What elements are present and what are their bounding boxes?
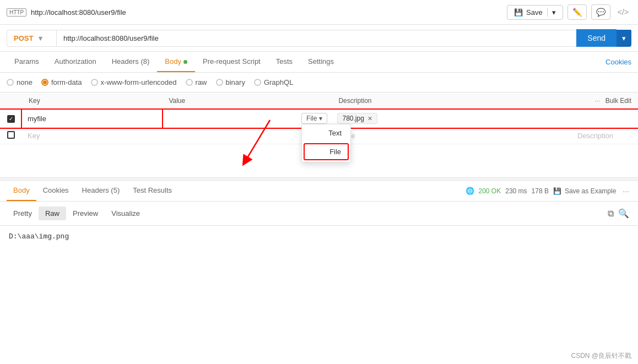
tab-authorization[interactable]: Authorization [47,52,104,72]
empty-checkbox-cell[interactable] [0,128,22,144]
empty-key-cell[interactable]: Key [22,128,162,144]
cookies-link[interactable]: Cookies [605,52,631,72]
top-url: http://localhost:8080/user9/file [31,8,502,17]
option-graphql[interactable]: GraphQL [254,78,293,86]
file-name: 780.jpg [342,115,364,122]
option-urlencoded[interactable]: x-www-form-urlencoded [91,78,177,86]
view-tab-preview[interactable]: Preview [66,207,105,220]
status-time: 230 ms [505,187,527,195]
th-description: Description [332,93,572,110]
save-example-label: Save as Example [565,187,616,195]
empty-value-cell[interactable]: Value [332,128,572,144]
type-chevron-icon: ▾ [319,115,322,122]
response-status: 🌐 200 OK 230 ms 178 B 💾 Save as Example … [466,187,631,195]
response-content: D:\aaa\img.png [9,232,69,241]
view-tab-visualize[interactable]: Visualize [105,207,147,220]
request-tabs: Params Authorization Headers (8) Body Pr… [0,52,638,73]
method-chevron-icon: ▾ [39,34,42,42]
response-tabs: Body Cookies Headers (5) Test Results 🌐 … [0,181,638,202]
view-tab-raw[interactable]: Raw [39,207,66,220]
tab-tests[interactable]: Tests [268,52,300,72]
table-row: myfile File ▾ Text File [0,110,638,128]
copy-button[interactable]: ⧉ [605,207,616,221]
option-binary[interactable]: binary [216,78,245,86]
comment-button[interactable]: 💬 [591,4,610,20]
save-label: Save [526,8,543,17]
checkbox[interactable] [7,115,15,123]
body-dot [183,60,187,64]
response-tab-cookies[interactable]: Cookies [36,181,75,201]
http-icon: HTTP [7,8,26,17]
status-size: 178 B [532,187,549,195]
edit-button[interactable]: ✏️ [567,4,587,20]
save-button[interactable]: 💾 Save ▾ [507,5,563,20]
option-form-data[interactable]: form-data [41,78,82,86]
code-toggle-button[interactable]: </> [615,5,631,19]
response-body: D:\aaa\img.png [0,226,638,247]
send-button[interactable]: Send [576,29,617,47]
th-value: Value [162,93,332,110]
file-value-tag: 780.jpg ✕ [337,113,377,124]
row-checkbox-cell[interactable] [0,110,22,128]
tab-params[interactable]: Params [7,52,47,72]
save-example-icon: 💾 [553,187,561,195]
th-key: Key [22,93,162,110]
type-dropdown: Text File [301,124,351,162]
tab-prerequest[interactable]: Pre-request Script [195,52,268,72]
desc-cell[interactable] [572,110,638,128]
value-cell[interactable]: 780.jpg ✕ [332,110,572,128]
remove-file-icon[interactable]: ✕ [367,115,372,122]
response-tab-headers[interactable]: Headers (5) [75,181,127,201]
response-tab-body[interactable]: Body [7,181,36,201]
desc-placeholder-text: Description [577,132,613,140]
dropdown-item-file[interactable]: File [304,143,349,160]
more-dots-icon: ··· [594,97,600,105]
view-tabs: Pretty Raw Preview Visualize ⧉ 🔍 [0,202,638,226]
key-placeholder-text: Key [28,132,40,140]
file-type-badge[interactable]: File ▾ [301,113,327,124]
response-more-button[interactable]: ··· [620,187,631,195]
save-icon: 💾 [514,8,523,17]
key-cell[interactable]: myfile [22,110,162,128]
th-bulk: ··· Bulk Edit [572,93,638,110]
th-check [0,93,22,110]
empty-checkbox[interactable] [7,131,15,139]
globe-icon: 🌐 [466,187,474,195]
save-chevron-icon[interactable]: ▾ [547,8,556,17]
option-none[interactable]: none [7,78,33,86]
request-table: Key Value Description ··· Bulk Edit [0,93,638,144]
tab-settings[interactable]: Settings [300,52,342,72]
response-tab-test-results[interactable]: Test Results [126,181,179,201]
view-tab-pretty[interactable]: Pretty [7,207,39,220]
dropdown-item-text[interactable]: Text [302,124,350,142]
tab-body[interactable]: Body [157,52,195,72]
option-raw[interactable]: raw [186,78,207,86]
search-button[interactable]: 🔍 [616,206,631,221]
url-input[interactable] [56,30,576,47]
save-example-button[interactable]: 💾 Save as Example [553,187,616,195]
method-select[interactable]: POST ▾ [7,30,56,47]
send-chevron-button[interactable]: ▾ [617,30,631,47]
tab-headers[interactable]: Headers (8) [104,52,158,72]
method-label: POST [14,34,33,42]
empty-desc-cell[interactable]: Description [572,128,638,144]
status-ok: 200 OK [479,187,501,195]
body-options: none form-data x-www-form-urlencoded raw… [0,73,638,93]
value-type-cell[interactable]: File ▾ Text File [162,110,332,128]
bulk-edit-button[interactable]: Bulk Edit [605,97,631,105]
